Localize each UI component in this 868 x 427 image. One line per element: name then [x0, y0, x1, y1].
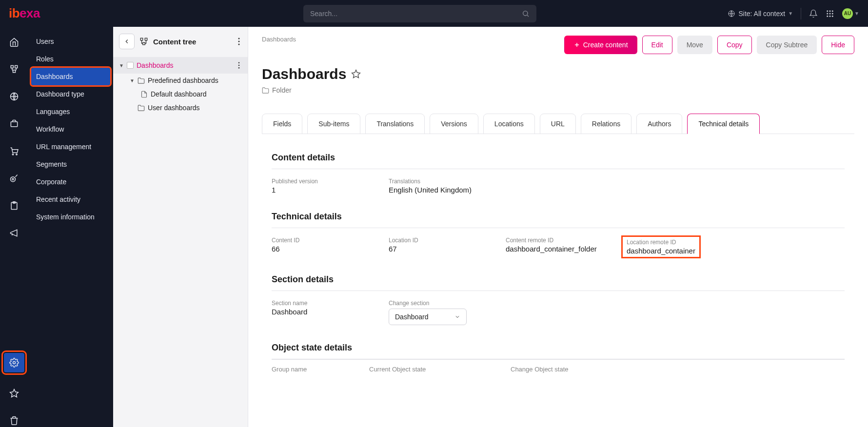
- tree-node-label: Predefined dashboards: [148, 77, 218, 84]
- collapse-icon[interactable]: ▼: [130, 78, 135, 83]
- breadcrumb: Dashboards: [262, 36, 296, 43]
- rail-clipboard[interactable]: [8, 199, 20, 212]
- site-context-selector[interactable]: Site: All context ▼: [728, 10, 793, 18]
- search-box[interactable]: [303, 5, 536, 22]
- rail-home[interactable]: [8, 36, 20, 48]
- svg-line-1: [527, 15, 529, 17]
- tab-versions[interactable]: Versions: [430, 114, 478, 134]
- svg-point-38: [238, 44, 240, 45]
- sidebar-item-recent-activity[interactable]: Recent activity: [28, 191, 113, 208]
- sidebar-item-corporate[interactable]: Corporate: [28, 173, 113, 191]
- tab-content: Content details Published version 1 Tran…: [262, 134, 854, 388]
- file-icon: [140, 91, 148, 98]
- copy-subtree-button[interactable]: Copy Subtree: [757, 36, 817, 54]
- svg-rect-12: [11, 66, 13, 68]
- sidebar-item-dashboards[interactable]: Dashboards: [31, 68, 110, 85]
- field-location-remote-id: Location remote ID dashboard_container: [623, 237, 699, 257]
- sidebar-item-roles[interactable]: Roles: [28, 50, 113, 68]
- tab-url[interactable]: URL: [540, 114, 576, 134]
- move-button[interactable]: Move: [677, 36, 712, 54]
- tree-node-predefined[interactable]: ▼ Predefined dashboards: [113, 74, 248, 87]
- svg-rect-13: [15, 66, 18, 68]
- tab-fields[interactable]: Fields: [262, 114, 302, 134]
- tab-locations[interactable]: Locations: [483, 114, 535, 134]
- tree-node-menu[interactable]: [236, 60, 242, 71]
- kebab-icon: [238, 38, 240, 45]
- rail-catalog[interactable]: [8, 117, 20, 130]
- user-menu[interactable]: AU ▼: [842, 8, 859, 19]
- svg-point-21: [12, 154, 14, 155]
- copy-button[interactable]: Copy: [717, 36, 752, 54]
- edit-button[interactable]: Edit: [642, 36, 672, 54]
- object-state-table-header: Group name Current Object state Change O…: [272, 359, 845, 379]
- tree-node-user-dash[interactable]: ▼ User dashboards: [113, 101, 248, 115]
- svg-point-5: [832, 10, 833, 12]
- svg-marker-28: [10, 389, 19, 397]
- apps-icon[interactable]: [826, 9, 834, 18]
- svg-point-11: [832, 15, 833, 17]
- field-content-remote-id: Content remote ID dashboard_container_fo…: [506, 237, 623, 257]
- field-location-id: Location ID 67: [389, 237, 506, 257]
- svg-rect-29: [140, 38, 143, 40]
- svg-point-40: [238, 65, 240, 66]
- svg-point-9: [827, 15, 828, 17]
- chevron-down-icon: ▼: [854, 11, 859, 16]
- star-icon[interactable]: [351, 69, 361, 79]
- sidebar-item-workflow[interactable]: Workflow: [28, 120, 113, 138]
- section-heading: Technical details: [272, 212, 845, 222]
- sidebar-item-users[interactable]: Users: [28, 33, 113, 50]
- collapse-icon[interactable]: ▼: [119, 63, 124, 68]
- hide-button[interactable]: Hide: [822, 36, 854, 54]
- svg-point-10: [829, 15, 831, 17]
- kebab-icon: [238, 62, 240, 69]
- svg-point-0: [523, 11, 528, 15]
- rail-targeting[interactable]: [8, 172, 20, 185]
- svg-rect-14: [13, 70, 16, 73]
- tree-icon: [139, 37, 148, 46]
- avatar: AU: [842, 8, 853, 19]
- tab-authors[interactable]: Authors: [636, 114, 682, 134]
- sidebar-item-segments[interactable]: Segments: [28, 155, 113, 173]
- field-section-name: Section name Dashboard: [272, 300, 389, 325]
- change-section-select[interactable]: Dashboard: [389, 309, 467, 325]
- folder-icon: [138, 104, 145, 112]
- sidebar-item-dashboard-type[interactable]: Dashboard type: [28, 85, 113, 103]
- tab-relations[interactable]: Relations: [581, 114, 631, 134]
- create-content-button[interactable]: Create content: [564, 36, 637, 54]
- tree-checkbox[interactable]: [127, 62, 134, 69]
- svg-marker-44: [352, 70, 360, 78]
- rail-admin[interactable]: [4, 353, 24, 372]
- svg-point-6: [827, 13, 828, 14]
- bell-icon[interactable]: [809, 9, 818, 18]
- svg-point-37: [238, 41, 240, 42]
- back-button[interactable]: [119, 34, 135, 49]
- svg-point-8: [832, 13, 833, 14]
- tab-translations[interactable]: Translations: [365, 114, 425, 134]
- search-input[interactable]: [310, 10, 522, 18]
- field-change-section: Change section Dashboard: [389, 300, 506, 325]
- svg-rect-20: [11, 122, 17, 127]
- rail-campaign[interactable]: [8, 227, 20, 239]
- rail-commerce[interactable]: [8, 145, 20, 157]
- sidebar-item-url-management[interactable]: URL management: [28, 138, 113, 155]
- field-content-id: Content ID 66: [272, 237, 389, 257]
- tree-node-dashboards[interactable]: ▼ Dashboards: [113, 57, 248, 74]
- svg-rect-31: [143, 42, 145, 45]
- svg-point-36: [238, 38, 240, 39]
- logo: ibexa: [9, 6, 40, 21]
- svg-point-39: [238, 62, 240, 63]
- tree-node-default-dash[interactable]: Default dashboard: [113, 87, 248, 101]
- tab-sub-items[interactable]: Sub-items: [307, 114, 360, 134]
- rail-trash[interactable]: [8, 414, 20, 427]
- field-translations: Translations English (United Kingdom): [389, 178, 506, 194]
- rail-content[interactable]: [8, 63, 20, 76]
- svg-point-3: [827, 10, 828, 12]
- chevron-left-icon: [123, 38, 130, 45]
- rail-site[interactable]: [8, 90, 20, 103]
- plus-icon: [573, 41, 580, 48]
- tree-menu-button[interactable]: [236, 36, 242, 47]
- sidebar-item-system-information[interactable]: System information: [28, 208, 113, 226]
- rail-bookmarks[interactable]: [8, 387, 20, 400]
- tab-technical-details[interactable]: Technical details: [687, 114, 760, 134]
- sidebar-item-languages[interactable]: Languages: [28, 103, 113, 120]
